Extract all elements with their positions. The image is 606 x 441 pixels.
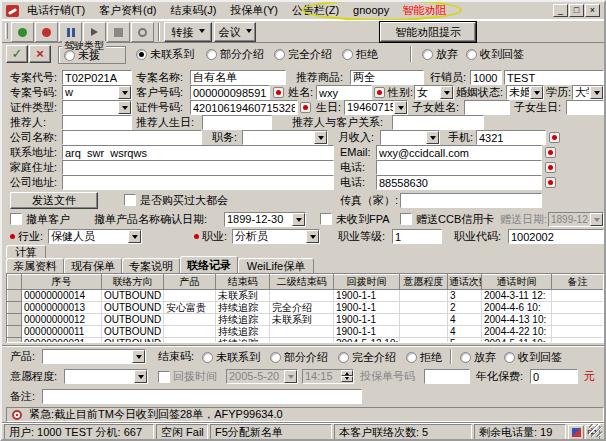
contact-address-field[interactable] (62, 145, 334, 160)
company-phone-field[interactable] (376, 175, 542, 190)
menu-gnoopy[interactable]: gnoopy (346, 2, 396, 19)
table-cell[interactable] (164, 314, 216, 326)
dropdown-arrow-icon[interactable] (134, 370, 147, 383)
table-cell[interactable] (270, 326, 334, 338)
bottom-radio-refused[interactable]: 拒绝 (406, 351, 442, 364)
radio-full-intro[interactable]: 完全介绍 (274, 48, 332, 61)
project-code-field[interactable] (62, 70, 132, 85)
position-combo[interactable] (242, 130, 328, 145)
dropdown-arrow-icon[interactable] (440, 86, 453, 99)
menu-bulletin[interactable]: 公告栏(Z) (285, 2, 346, 19)
cancel-button[interactable]: × (29, 45, 51, 63)
column-header[interactable]: 通话时间 (482, 275, 552, 290)
table-row[interactable]: 00000000014OUTBOUND未联系到1900-1-132004-3-1… (8, 290, 604, 302)
dropdown-arrow-icon[interactable] (530, 86, 543, 99)
hold-call-button[interactable] (59, 22, 82, 42)
table-cell[interactable]: 00000000012 (22, 314, 102, 326)
tab-relatives[interactable]: 亲属资料 (6, 258, 64, 273)
menu-telemarketing[interactable]: 电话行销(T) (20, 2, 92, 19)
column-header[interactable]: 回拨时间 (334, 275, 400, 290)
bottom-product-combo[interactable] (42, 349, 146, 364)
table-cell[interactable]: 4 (448, 314, 482, 326)
fax-field[interactable] (400, 193, 542, 208)
dropdown-arrow-icon[interactable] (394, 101, 407, 114)
referrer-birthday-field[interactable] (202, 115, 272, 130)
table-cell[interactable]: OUTBOUND (102, 326, 164, 338)
table-cell[interactable]: 未联系到 (216, 290, 270, 302)
table-cell[interactable]: 1900-1-1 (334, 290, 400, 302)
column-header[interactable]: 意愿程度 (400, 275, 448, 290)
premium-field[interactable] (530, 369, 578, 384)
id-type-combo[interactable] (62, 100, 132, 115)
radio-not-dialed[interactable]: 未拨 (64, 49, 100, 62)
agent-name-field[interactable] (504, 70, 604, 85)
occupation-combo[interactable]: 分析员 (232, 229, 320, 244)
column-header[interactable]: 二级结束码 (270, 275, 334, 290)
home-address-field[interactable] (62, 160, 334, 175)
dropdown-arrow-icon[interactable] (118, 86, 131, 99)
callback-time-checkbox[interactable] (158, 371, 170, 383)
tab-project-notes[interactable]: 专案说明 (122, 258, 180, 273)
send-file-button[interactable]: 发送文件 (10, 192, 98, 209)
resize-grip[interactable] (589, 424, 602, 437)
table-cell[interactable]: 2004-4-6 10: (482, 302, 552, 314)
table-cell[interactable] (552, 326, 604, 338)
dropdown-arrow-icon[interactable] (118, 101, 131, 114)
table-cell[interactable]: 1900-1-1 (334, 314, 400, 326)
table-cell[interactable]: 2004-4-13 10: (482, 314, 552, 326)
dropdown-arrow-icon[interactable] (292, 213, 305, 226)
table-cell[interactable]: OUTBOUND (102, 338, 164, 344)
menu-policy[interactable]: 投保单(Y) (223, 2, 285, 19)
bottom-radio-full-intro[interactable]: 完全介绍 (338, 351, 396, 364)
table-cell[interactable]: 持续追踪 (216, 302, 270, 314)
birthday-combo[interactable]: 19460715 (344, 100, 408, 115)
table-cell[interactable]: 1900-1-1 (334, 302, 400, 314)
table-cell[interactable] (552, 338, 604, 344)
mute-button[interactable] (107, 22, 130, 42)
table-cell[interactable]: 1900-1-1 (334, 326, 400, 338)
language-bar-icon[interactable] (568, 425, 584, 440)
answer-call-button[interactable] (11, 22, 34, 42)
metlife-checkbox[interactable] (124, 194, 136, 206)
marital-combo[interactable]: 未婚 (506, 85, 544, 100)
column-header[interactable]: 序号 (22, 275, 102, 290)
table-cell[interactable] (164, 290, 216, 302)
tab-contact-records[interactable]: 联络记录 (180, 256, 238, 273)
confirm-button[interactable]: ✓ (6, 45, 28, 63)
minimize-button[interactable]: _ (553, 4, 568, 17)
cancel-date-combo[interactable]: 1899-12-30 (224, 212, 306, 227)
policy-no-field[interactable] (424, 369, 470, 384)
column-header[interactable]: 联络方向 (102, 275, 164, 290)
table-cell[interactable]: 2004-5-11 10: (482, 338, 552, 344)
table-cell[interactable] (164, 326, 216, 338)
cancel-order-checkbox[interactable] (10, 213, 22, 225)
gender-combo[interactable]: 女 (414, 85, 454, 100)
education-combo[interactable]: 大学 (572, 85, 604, 100)
table-cell[interactable] (400, 290, 448, 302)
recommend-product-field[interactable] (350, 70, 424, 85)
table-cell[interactable]: OUTBOUND (102, 302, 164, 314)
table-row[interactable]: 00000000011OUTBOUND持续追踪1900-1-142004-4-2… (8, 326, 604, 338)
table-cell[interactable] (400, 338, 448, 344)
table-cell[interactable]: 00000000011 (22, 326, 102, 338)
dial-icon[interactable] (545, 177, 556, 188)
bottom-radio-partial-intro[interactable]: 部分介绍 (270, 351, 328, 364)
table-cell[interactable] (552, 302, 604, 314)
maximize-button[interactable]: □ (569, 4, 584, 17)
table-cell[interactable] (400, 302, 448, 314)
dial-icon[interactable] (545, 162, 556, 173)
dropdown-arrow-icon[interactable] (128, 230, 141, 243)
dropdown-arrow-icon[interactable] (306, 230, 319, 243)
agent-id-field[interactable] (470, 70, 502, 85)
fpa-checkbox[interactable] (320, 213, 332, 225)
project-no-combo[interactable]: w (62, 85, 132, 100)
table-cell[interactable] (270, 338, 334, 344)
table-cell[interactable] (270, 290, 334, 302)
table-cell[interactable]: 2004-5-12 10: (334, 338, 400, 344)
table-row[interactable]: 00000000021OUTBOUND持续追踪2004-5-12 10:5200… (8, 338, 604, 344)
industry-combo[interactable]: 保健人员 (48, 229, 142, 244)
menu-end-code[interactable]: 结束码(J) (164, 2, 224, 19)
table-cell[interactable] (552, 314, 604, 326)
table-cell[interactable]: 3 (448, 290, 482, 302)
radio-not-contacted[interactable]: 未联系到 (136, 48, 194, 61)
